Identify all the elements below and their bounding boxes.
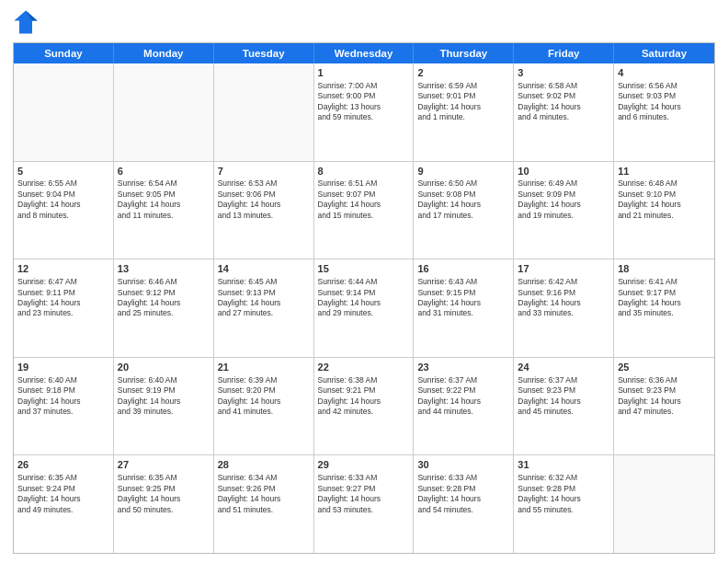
day-info-line: Sunrise: 6:33 AM: [318, 473, 410, 483]
week-row-1: 1Sunrise: 7:00 AMSunset: 9:00 PMDaylight…: [14, 63, 714, 162]
day-cell-25: 25Sunrise: 6:36 AMSunset: 9:23 PMDayligh…: [614, 358, 714, 455]
day-info-line: Sunset: 9:03 PM: [618, 91, 711, 101]
day-number: 10: [518, 165, 609, 178]
day-info-line: Sunset: 9:08 PM: [417, 190, 509, 200]
day-info-line: and 25 minutes.: [118, 308, 210, 318]
day-info-line: Daylight: 14 hours: [618, 298, 711, 308]
day-number: 21: [218, 361, 310, 374]
day-info-line: Sunset: 9:15 PM: [417, 288, 509, 298]
day-info-line: Sunrise: 6:34 AM: [218, 473, 310, 483]
day-number: 25: [618, 361, 711, 374]
day-number: 3: [518, 66, 609, 80]
day-info-line: and 42 minutes.: [318, 407, 410, 417]
day-info-line: Daylight: 14 hours: [417, 200, 509, 210]
day-info-line: Daylight: 14 hours: [417, 298, 509, 308]
day-number: 5: [17, 165, 109, 178]
day-number: 9: [417, 165, 509, 178]
day-info-line: and 47 minutes.: [618, 407, 711, 417]
day-number: 19: [17, 361, 109, 374]
day-info-line: and 21 minutes.: [618, 211, 711, 221]
day-info-line: Sunrise: 6:35 AM: [118, 473, 210, 483]
weekday-header-saturday: Saturday: [614, 43, 714, 63]
logo-icon: [13, 9, 39, 35]
day-number: 7: [218, 165, 310, 178]
day-number: 22: [318, 361, 410, 374]
day-info-line: Sunset: 9:10 PM: [618, 190, 711, 200]
day-number: 1: [318, 66, 410, 80]
day-info-line: Sunset: 9:23 PM: [518, 385, 609, 396]
day-info-line: and 27 minutes.: [218, 308, 310, 318]
day-info-line: Sunrise: 7:00 AM: [318, 81, 410, 91]
day-info-line: Sunset: 9:12 PM: [118, 288, 210, 298]
day-info-line: Sunrise: 6:56 AM: [618, 81, 711, 91]
day-number: 28: [218, 458, 310, 472]
weekday-header-wednesday: Wednesday: [314, 43, 415, 63]
day-info-line: Sunset: 9:00 PM: [318, 91, 410, 101]
day-info-line: Sunrise: 6:36 AM: [618, 375, 711, 385]
day-info-line: Daylight: 14 hours: [417, 396, 509, 407]
day-info-line: and 54 minutes.: [417, 505, 509, 515]
day-info-line: Sunset: 9:26 PM: [218, 484, 310, 494]
day-number: 31: [518, 458, 609, 472]
day-info-line: Daylight: 14 hours: [518, 102, 609, 112]
day-number: 2: [417, 66, 509, 80]
weekday-header-tuesday: Tuesday: [214, 43, 314, 63]
day-cell-22: 22Sunrise: 6:38 AMSunset: 9:21 PMDayligh…: [314, 358, 415, 455]
day-info-line: Sunrise: 6:53 AM: [218, 178, 310, 189]
day-info-line: and 51 minutes.: [218, 505, 310, 515]
day-info-line: Daylight: 14 hours: [17, 494, 109, 504]
day-info-line: Daylight: 14 hours: [318, 200, 410, 210]
day-number: 30: [417, 458, 509, 472]
day-info-line: Sunrise: 6:44 AM: [318, 277, 410, 287]
day-info-line: and 39 minutes.: [118, 407, 210, 417]
day-info-line: and 33 minutes.: [518, 308, 609, 318]
day-info-line: Sunset: 9:09 PM: [518, 190, 609, 200]
calendar-body: 1Sunrise: 7:00 AMSunset: 9:00 PMDaylight…: [14, 63, 714, 553]
day-number: 20: [118, 361, 210, 374]
day-cell-20: 20Sunrise: 6:40 AMSunset: 9:19 PMDayligh…: [114, 358, 214, 455]
day-cell-1: 1Sunrise: 7:00 AMSunset: 9:00 PMDaylight…: [314, 63, 415, 161]
day-info-line: Sunrise: 6:48 AM: [618, 178, 711, 189]
day-info-line: Daylight: 14 hours: [318, 494, 410, 504]
weekday-header-monday: Monday: [114, 43, 214, 63]
day-cell-13: 13Sunrise: 6:46 AMSunset: 9:12 PMDayligh…: [114, 259, 214, 357]
day-info-line: and 31 minutes.: [417, 308, 509, 318]
day-cell-30: 30Sunrise: 6:33 AMSunset: 9:28 PMDayligh…: [414, 455, 514, 553]
day-cell-5: 5Sunrise: 6:55 AMSunset: 9:04 PMDaylight…: [14, 162, 114, 259]
svg-marker-0: [14, 10, 37, 33]
day-info-line: Daylight: 14 hours: [417, 102, 509, 112]
day-number: 14: [218, 262, 310, 276]
day-info-line: Daylight: 14 hours: [618, 396, 711, 407]
day-info-line: Sunset: 9:04 PM: [17, 190, 109, 200]
day-info-line: and 37 minutes.: [17, 407, 109, 417]
weekday-header-thursday: Thursday: [414, 43, 514, 63]
day-number: 13: [118, 262, 210, 276]
day-number: 29: [318, 458, 410, 472]
day-info-line: Sunrise: 6:43 AM: [417, 277, 509, 287]
day-number: 23: [417, 361, 509, 374]
day-info-line: Daylight: 14 hours: [318, 298, 410, 308]
day-info-line: Sunset: 9:21 PM: [318, 385, 410, 396]
day-info-line: Daylight: 14 hours: [218, 298, 310, 308]
day-info-line: Sunset: 9:13 PM: [218, 288, 310, 298]
day-cell-4: 4Sunrise: 6:56 AMSunset: 9:03 PMDaylight…: [614, 63, 714, 161]
day-info-line: and 29 minutes.: [318, 308, 410, 318]
day-info-line: Daylight: 14 hours: [318, 396, 410, 407]
calendar-header-row: SundayMondayTuesdayWednesdayThursdayFrid…: [14, 43, 714, 63]
day-info-line: and 17 minutes.: [417, 211, 509, 221]
calendar: SundayMondayTuesdayWednesdayThursdayFrid…: [13, 42, 715, 554]
day-cell-17: 17Sunrise: 6:42 AMSunset: 9:16 PMDayligh…: [514, 259, 614, 357]
day-number: 24: [518, 361, 609, 374]
day-info-line: Daylight: 13 hours: [318, 102, 410, 112]
day-cell-29: 29Sunrise: 6:33 AMSunset: 9:27 PMDayligh…: [314, 455, 415, 553]
day-cell-11: 11Sunrise: 6:48 AMSunset: 9:10 PMDayligh…: [614, 162, 714, 259]
day-cell-18: 18Sunrise: 6:41 AMSunset: 9:17 PMDayligh…: [614, 259, 714, 357]
day-info-line: and 19 minutes.: [518, 211, 609, 221]
day-info-line: Sunrise: 6:47 AM: [17, 277, 109, 287]
week-row-4: 19Sunrise: 6:40 AMSunset: 9:18 PMDayligh…: [14, 358, 714, 456]
day-info-line: and 44 minutes.: [417, 407, 509, 417]
day-info-line: Daylight: 14 hours: [417, 494, 509, 504]
day-info-line: Sunset: 9:22 PM: [417, 385, 509, 396]
day-number: 8: [318, 165, 410, 178]
day-number: 6: [118, 165, 210, 178]
